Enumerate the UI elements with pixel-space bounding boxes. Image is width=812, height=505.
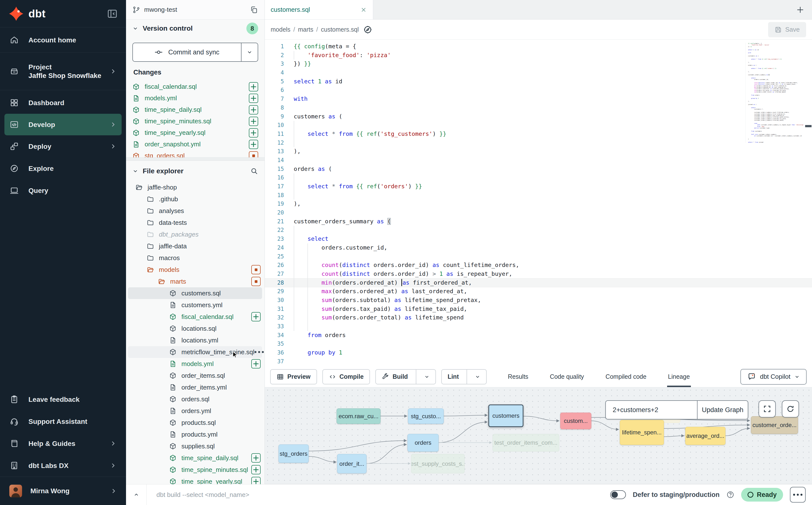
panel-splitter[interactable] — [126, 157, 265, 161]
lineage-panel[interactable]: count_lifetim... ecom.raw_cu...stg_custo… — [265, 387, 812, 484]
change-item-time-spine-daily-sql[interactable]: time_spine_daily.sql — [132, 104, 258, 116]
file-tree-item-products-sql[interactable]: products.sql — [128, 417, 262, 429]
dbt-copilot-button[interactable]: dbt Copilot — [741, 369, 807, 385]
file-explorer-header[interactable]: File explorer — [126, 161, 265, 181]
commit-and-sync-button[interactable]: Commit and sync — [132, 43, 258, 62]
lineage-node-stg_customers[interactable]: stg_custo... — [408, 408, 444, 424]
breadcrumb-models[interactable]: models — [271, 26, 291, 33]
sidebar-item-query[interactable]: Query — [0, 179, 126, 201]
file-tree-item-macros[interactable]: macros — [128, 252, 262, 264]
lineage-search-input[interactable]: 2+customers+2 — [606, 401, 697, 419]
sidebar-item-develop[interactable]: Develop — [4, 114, 122, 135]
sidebar-item-help-guides[interactable]: Help & Guides — [0, 433, 126, 455]
lineage-node-lifetime_spend[interactable]: lifetime_spen... — [620, 420, 664, 445]
panel-tab-lineage[interactable]: Lineage — [668, 366, 690, 387]
file-tree-item-orders-yml[interactable]: orders.yml — [128, 405, 262, 417]
code-editor[interactable]: 1{{ config(meta = {2 'favorite_food': 'p… — [265, 40, 812, 366]
modified-badge[interactable] — [251, 277, 261, 286]
lineage-node-customers[interactable]: customers — [488, 404, 523, 427]
chevron-down-icon[interactable] — [475, 374, 480, 379]
file-tree-item-fiscal-calendar-sql[interactable]: fiscal_calendar.sql — [128, 311, 262, 323]
fullscreen-button[interactable] — [759, 400, 776, 417]
file-tree-item-time-spine-yearly-sql[interactable]: time_spine_yearly.sql — [128, 476, 262, 484]
change-item-time-spine-yearly-sql[interactable]: time_spine_yearly.sql — [132, 127, 258, 139]
close-icon[interactable] — [360, 6, 367, 13]
breadcrumb-marts[interactable]: marts — [298, 26, 314, 33]
file-tree-item-locations-yml[interactable]: locations.yml — [128, 334, 262, 346]
commit-options-caret[interactable] — [241, 43, 258, 61]
build-button[interactable]: Build — [375, 369, 436, 384]
file-tree-item-customers-sql[interactable]: customers.sql — [128, 287, 262, 299]
added-badge[interactable] — [251, 465, 261, 474]
modified-badge[interactable] — [251, 265, 261, 274]
minimap[interactable]: {{ config(meta = { 'favorite_food': 'piz… — [745, 43, 804, 143]
preview-button[interactable]: Preview — [270, 369, 317, 384]
sidebar-item-deploy[interactable]: Deploy — [0, 135, 126, 157]
file-tree-item-metricflow-time-spine-sql[interactable]: metricflow_time_spine.sql — [128, 346, 262, 358]
lineage-node-order_items[interactable]: order_it... — [337, 454, 366, 473]
file-tree-item-order-items-sql[interactable]: order_items.sql — [128, 370, 262, 381]
more-options-button[interactable] — [790, 487, 806, 503]
search-icon[interactable] — [250, 167, 258, 175]
compass-icon[interactable] — [363, 25, 372, 34]
row-menu-icon[interactable] — [255, 351, 264, 353]
sidebar-item-dashboard[interactable]: Dashboard — [0, 92, 126, 114]
file-tree-item-locations-sql[interactable]: locations.sql — [128, 323, 262, 334]
sidebar-item-account-home[interactable]: Account home — [0, 29, 126, 51]
change-item-order-snapshot-yml[interactable]: order_snapshot.yml — [132, 139, 258, 150]
command-input[interactable]: dbt build --select <model_name> — [156, 491, 249, 499]
lineage-node-ecom[interactable]: ecom.raw_cu... — [337, 408, 380, 424]
sidebar-item-dbt-labs-dx[interactable]: dbt Labs DX — [0, 455, 126, 477]
added-badge[interactable] — [249, 128, 258, 138]
file-tree-item-supplies-sql[interactable]: supplies.sql — [128, 440, 262, 452]
branch-name[interactable]: mwong-test — [144, 6, 177, 13]
file-tree-item-marts[interactable]: marts — [128, 276, 262, 287]
file-tree-item-products-yml[interactable]: products.yml — [128, 429, 262, 440]
file-tree-item-github[interactable]: .github — [128, 193, 262, 205]
file-tree-item-jaffle-data[interactable]: jaffle-data — [128, 240, 262, 252]
added-badge[interactable] — [251, 359, 261, 368]
defer-toggle[interactable] — [610, 490, 626, 499]
save-button[interactable]: Save — [768, 22, 806, 37]
lint-button[interactable]: Lint — [441, 369, 487, 384]
sidebar-item-support-assistant[interactable]: Support Assistant — [0, 410, 126, 433]
user-row[interactable]: Mirna Wong — [0, 477, 126, 505]
sidebar-item-leave-feedback[interactable]: Leave feedback — [0, 388, 126, 410]
breadcrumb-file[interactable]: customers.sql — [321, 26, 359, 33]
change-item-models-yml[interactable]: models.yml — [132, 93, 258, 104]
help-icon[interactable] — [726, 491, 734, 499]
chevron-down-icon[interactable] — [424, 374, 430, 379]
added-badge[interactable] — [249, 82, 258, 92]
file-tree-item-models-yml[interactable]: models.yml — [128, 358, 262, 370]
sidebar-collapse-icon[interactable] — [107, 8, 118, 19]
file-tree-item-analyses[interactable]: analyses — [128, 205, 262, 217]
lineage-node-stg_orders[interactable]: stg_orders — [279, 445, 309, 463]
change-item-stg-orders-sql[interactable]: stg_orders.sql — [132, 150, 258, 157]
added-badge[interactable] — [251, 453, 261, 463]
lineage-node-test_supply[interactable]: test_supply_costs_s... — [411, 454, 465, 473]
panel-tab-code-quality[interactable]: Code quality — [550, 366, 584, 387]
file-tree-item-models[interactable]: models — [128, 264, 262, 276]
panel-tab-results[interactable]: Results — [508, 366, 528, 387]
update-graph-button[interactable]: Update Graph — [697, 401, 748, 419]
sidebar-item-explore[interactable]: Explore — [0, 157, 126, 179]
copy-icon[interactable] — [250, 6, 258, 14]
file-tree-item-dbt-packages[interactable]: dbt_packages — [128, 228, 262, 240]
change-item-fiscal-calendar-sql[interactable]: fiscal_calendar.sql — [132, 81, 258, 93]
version-control-header[interactable]: Version control 8 — [126, 20, 265, 37]
lineage-node-test_order_items[interactable]: test_order_items_com... — [493, 434, 559, 452]
lineage-node-orders[interactable]: orders — [408, 434, 439, 452]
added-badge[interactable] — [251, 312, 261, 321]
scrollbar-thumb[interactable] — [805, 125, 812, 127]
compile-button[interactable]: Compile — [322, 369, 370, 384]
file-tree-item-orders-sql[interactable]: orders.sql — [128, 393, 262, 405]
modified-badge[interactable] — [249, 151, 258, 158]
sidebar-item-project[interactable]: ProjectJaffle Shop Snowflake — [0, 54, 126, 89]
expand-command-bar-button[interactable] — [126, 484, 147, 505]
added-badge[interactable] — [249, 105, 258, 115]
refresh-button[interactable] — [782, 400, 799, 417]
status-badge[interactable]: Ready — [741, 488, 783, 502]
lineage-node-average_order[interactable]: average_ord... — [685, 427, 725, 445]
file-tree-item-jaffle-shop[interactable]: jaffle-shop — [128, 181, 262, 193]
file-tree-item-order-items-yml[interactable]: order_items.yml — [128, 381, 262, 393]
